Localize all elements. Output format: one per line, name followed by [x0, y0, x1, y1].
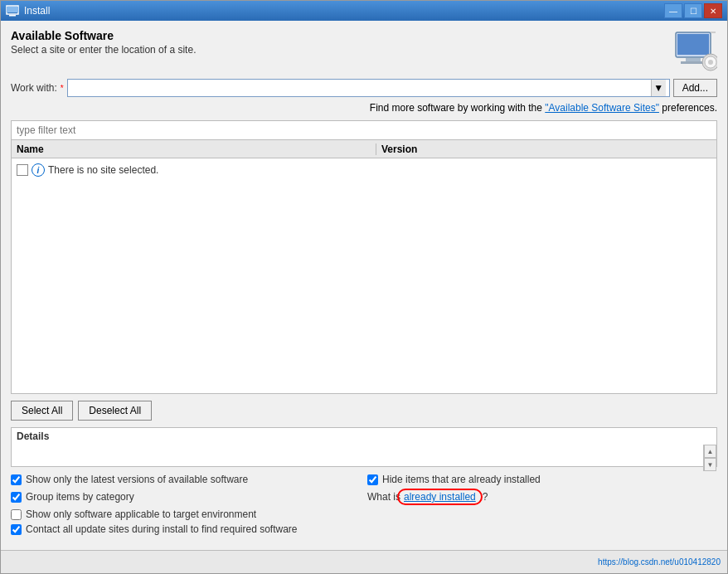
hide-installed-checkbox[interactable] [367, 474, 378, 485]
options-grid: Show only the latest versions of availab… [11, 474, 717, 535]
table-row: i There is no site selected. [12, 162, 716, 178]
work-with-row: Work with: * ▼ Add... [11, 79, 717, 97]
details-content [12, 445, 703, 471]
info-icon: i [32, 163, 45, 177]
chevron-down-icon: ▼ [653, 82, 663, 94]
bottom-url: https://blog.csdn.net/u010412820 [598, 557, 721, 567]
details-body: ▲ ▼ [12, 445, 716, 471]
svg-rect-6 [681, 61, 706, 64]
empty-cell [367, 508, 717, 520]
row-checkbox[interactable] [17, 164, 28, 176]
add-button[interactable]: Add... [673, 79, 717, 97]
what-is-installed-row: What is already installed ? [367, 489, 717, 505]
work-with-input[interactable] [71, 82, 651, 94]
deselect-all-button[interactable]: Deselect All [78, 401, 152, 421]
page-subtitle: Select a site or enter the location of a… [11, 44, 196, 56]
svg-rect-10 [711, 32, 716, 33]
details-section: Details ▲ ▼ [11, 427, 717, 467]
software-table: Name Version i There is no site selected… [11, 140, 717, 394]
scroll-up-arrow[interactable]: ▲ [704, 445, 716, 458]
details-label: Details [12, 428, 716, 445]
show-applicable-checkbox[interactable] [11, 509, 22, 520]
table-header: Name Version [12, 140, 716, 158]
hide-installed-label: Hide items that are already installed [382, 474, 541, 485]
page-header: Available Software Select a site or ente… [11, 29, 717, 72]
details-scrollbar[interactable]: ▲ ▼ [703, 445, 716, 471]
svg-rect-5 [686, 58, 701, 61]
page-icon [674, 29, 717, 72]
table-body: i There is no site selected. [12, 158, 716, 393]
show-latest-label: Show only the latest versions of availab… [26, 474, 248, 485]
show-applicable-option: Show only software applicable to target … [11, 508, 361, 520]
software-sites-row: Find more software by working with the "… [11, 102, 717, 114]
no-site-message: There is no site selected. [48, 164, 158, 176]
group-by-category-checkbox[interactable] [11, 492, 22, 503]
software-sites-suffix: preferences. [662, 102, 717, 114]
software-sites-prefix: Find more software by working with the [370, 102, 545, 114]
minimize-button[interactable]: — [664, 3, 682, 18]
already-installed-link[interactable]: already installed [404, 491, 476, 503]
main-content: Available Software Select a site or ente… [1, 21, 727, 550]
work-with-combo[interactable]: ▼ [67, 79, 670, 97]
title-bar: Install — ☐ ✕ [1, 1, 727, 21]
what-is-installed-prefix: What is [367, 491, 400, 503]
install-window: Install — ☐ ✕ Available Software Select … [0, 0, 728, 574]
selection-buttons: Select All Deselect All [11, 401, 717, 421]
hide-installed-option: Hide items that are already installed [367, 474, 717, 485]
svg-rect-4 [677, 34, 709, 55]
contact-update-sites-option: Contact all update sites during install … [11, 523, 717, 535]
svg-point-9 [708, 60, 713, 65]
bottom-bar: https://blog.csdn.net/u010412820 [1, 550, 727, 573]
col-name-header: Name [12, 144, 376, 155]
filter-box[interactable] [11, 120, 717, 140]
required-indicator: * [61, 84, 64, 93]
show-applicable-label: Show only software applicable to target … [26, 508, 256, 520]
filter-input[interactable] [17, 124, 711, 136]
combo-dropdown-arrow[interactable]: ▼ [651, 80, 666, 96]
col-version-header: Version [376, 144, 716, 155]
window-title: Install [24, 5, 664, 17]
svg-rect-2 [9, 15, 16, 17]
page-title: Available Software [11, 29, 196, 42]
work-with-label: Work with: [11, 82, 57, 94]
group-by-category-label: Group items by category [26, 491, 134, 503]
contact-update-sites-checkbox[interactable] [11, 524, 22, 535]
svg-rect-1 [7, 7, 18, 12]
already-installed-highlight: already installed [397, 489, 483, 505]
show-latest-option: Show only the latest versions of availab… [11, 474, 361, 485]
show-latest-checkbox[interactable] [11, 474, 22, 485]
select-all-button[interactable]: Select All [11, 401, 73, 421]
scroll-down-arrow[interactable]: ▼ [704, 458, 716, 471]
available-software-sites-link[interactable]: "Available Software Sites" [545, 102, 659, 114]
window-controls: — ☐ ✕ [664, 3, 722, 18]
window-icon [6, 4, 19, 17]
maximize-button[interactable]: ☐ [684, 3, 702, 18]
what-is-installed-suffix: ? [483, 491, 488, 503]
page-title-area: Available Software Select a site or ente… [11, 29, 196, 56]
group-by-category-option: Group items by category [11, 489, 361, 505]
contact-update-sites-label: Contact all update sites during install … [26, 523, 298, 535]
close-button[interactable]: ✕ [704, 3, 722, 18]
